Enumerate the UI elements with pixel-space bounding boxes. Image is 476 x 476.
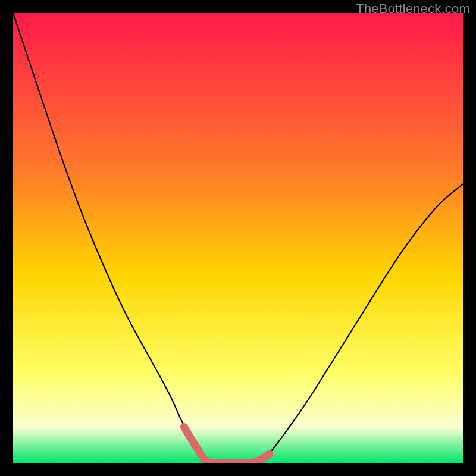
bottleneck-chart bbox=[13, 13, 463, 463]
chart-frame bbox=[13, 13, 463, 463]
watermark-text: TheBottleneck.com bbox=[356, 1, 470, 17]
gradient-background bbox=[13, 13, 463, 463]
